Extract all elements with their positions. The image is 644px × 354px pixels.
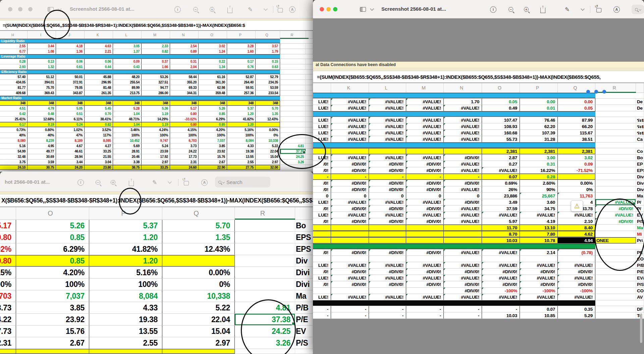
cell: 369.43 xyxy=(28,91,56,96)
markup-pencil-icon[interactable]: ✎ xyxy=(248,5,253,13)
sheet-row: 24.1030.7524.2023.8038.7533.2524.6022.90… xyxy=(0,165,313,170)
chevron-down-icon[interactable] xyxy=(581,5,584,13)
sheet-row: 3.733.854.335.224.81P/B xyxy=(0,302,313,314)
cell: #VALUE! xyxy=(369,199,406,205)
annotate-icon[interactable]: A xyxy=(289,5,296,13)
formula-bar: =(SUM(INDEX($B656:$Q656,,$S$348-$B$348-$… xyxy=(0,20,313,31)
cell: #DIV/0! xyxy=(482,269,520,275)
rotate-icon[interactable] xyxy=(184,178,189,186)
cell: 3.02 xyxy=(199,44,227,49)
cell xyxy=(235,290,295,302)
vertical-scrollbar[interactable] xyxy=(640,313,642,343)
zoom-out-icon[interactable]: − xyxy=(508,5,513,13)
cell: 48.20 xyxy=(113,74,142,79)
chevron-down-icon[interactable] xyxy=(168,178,171,186)
cell: 8,084 xyxy=(89,290,162,302)
cell: 81.77 xyxy=(0,85,28,90)
rotate-icon[interactable] xyxy=(596,5,601,13)
cell: #VALUE! xyxy=(444,167,482,173)
cell xyxy=(280,106,306,111)
sidebar-icon[interactable] xyxy=(360,5,366,13)
share-icon[interactable] xyxy=(129,178,134,186)
cell: 0.31 xyxy=(170,59,199,64)
share-icon[interactable] xyxy=(540,5,545,13)
annotate-icon[interactable]: A xyxy=(613,5,620,13)
sheet-row: LUE!#VALUE!#VALUE!#VALUE!#VALUE!107.4776… xyxy=(313,117,644,123)
cell: 58.44 xyxy=(170,74,199,79)
zoom-in-icon[interactable]: + xyxy=(524,5,529,13)
cell: -33.02% xyxy=(170,117,199,122)
cell: #VALUE! xyxy=(331,130,369,136)
warning-icon[interactable]: ⚠ xyxy=(571,200,583,212)
cell: Ma xyxy=(295,290,313,302)
cell: #DIV/0! xyxy=(369,281,406,287)
cell: 0.85 xyxy=(16,255,89,267)
cell: 62.20 xyxy=(520,123,558,129)
cell: /0! xyxy=(313,180,331,186)
titlebar[interactable]: hot 2566-08-01 at... i − + ✎ A Search xyxy=(0,172,313,192)
close-button[interactable] xyxy=(8,7,12,11)
cell: 3.52% xyxy=(85,127,113,132)
column-handle-dot[interactable] xyxy=(594,90,598,94)
cell: 3.02 xyxy=(558,155,595,161)
cell: 2.87 xyxy=(482,155,520,161)
search-input[interactable] xyxy=(632,5,644,14)
zoom-button[interactable] xyxy=(333,7,337,11)
share-icon[interactable] xyxy=(227,5,232,13)
cell: 2.55 xyxy=(89,337,162,349)
cell: #DIV/0! xyxy=(444,269,482,275)
cell: LUE! xyxy=(313,105,331,111)
chevron-down-icon[interactable] xyxy=(371,5,373,13)
cell: 348 xyxy=(142,101,170,106)
cell: 10.03 xyxy=(482,312,520,318)
zoom-out-icon[interactable]: − xyxy=(96,178,100,186)
zoom-button[interactable] xyxy=(28,7,33,11)
cell: 28.91 xyxy=(113,149,142,154)
sidebar-icon[interactable] xyxy=(48,5,54,13)
markup-pencil-icon[interactable]: ✎ xyxy=(152,178,157,186)
cell: Mi xyxy=(636,231,644,237)
sheet-row: 11.7013.108.40Ma xyxy=(313,225,644,231)
cell: 0.09 xyxy=(113,59,142,64)
cell: 59.91 xyxy=(227,85,256,90)
annotate-icon[interactable]: A xyxy=(201,178,208,186)
info-icon[interactable]: i xyxy=(77,178,84,186)
column-header: K xyxy=(85,31,113,39)
sheet-row: LUE!#VALUE!#VALUE!#VALUE!1.700.050.000.0… xyxy=(313,99,644,105)
titlebar[interactable]: Screenshot 2566-08-01 at... i − + ✎ A xyxy=(0,0,313,18)
zoom-in-icon[interactable]: + xyxy=(111,178,115,186)
cell: 19.38 xyxy=(89,314,162,325)
column-header: L xyxy=(113,31,142,39)
info-icon[interactable]: i xyxy=(490,5,496,13)
cell: 22.04 xyxy=(162,314,235,325)
cell: 49.77 xyxy=(28,149,56,154)
window-preview-top-left: Screenshot 2566-08-01 at... i − + ✎ A =(… xyxy=(0,0,313,172)
cell: #VALUE! xyxy=(444,123,482,129)
cell: 4.63 xyxy=(85,44,113,49)
cell: 15.04 xyxy=(162,326,235,337)
minimize-button[interactable] xyxy=(326,7,331,11)
cell: 0.17 xyxy=(0,122,28,127)
minimize-button[interactable] xyxy=(18,7,22,11)
search-input[interactable]: Search xyxy=(215,177,270,187)
chevron-down-icon[interactable] xyxy=(264,5,267,13)
chevron-down-icon[interactable] xyxy=(58,5,61,13)
titlebar[interactable]: Screenshot 2566-08-01 at... i − + ✎ A xyxy=(313,0,644,18)
zoom-in-icon[interactable]: + xyxy=(210,5,214,13)
cell: 100% xyxy=(89,279,162,290)
close-button[interactable] xyxy=(320,7,324,11)
cell xyxy=(235,349,295,354)
cell: 6.11% xyxy=(56,117,85,122)
info-icon[interactable]: i xyxy=(174,5,181,13)
zoom-out-icon[interactable]: − xyxy=(193,5,198,13)
cell: #DIV/0! xyxy=(406,269,444,275)
rotate-icon[interactable] xyxy=(278,5,283,13)
markup-pencil-icon[interactable]: ✎ xyxy=(565,5,570,13)
cell: 264.40 xyxy=(227,80,256,85)
cell: LUE! xyxy=(313,99,331,105)
column-handle-dot[interactable] xyxy=(602,90,606,94)
column-handle-dot[interactable] xyxy=(586,90,590,94)
cell: 47% xyxy=(56,133,85,138)
cell: #DIV/0! xyxy=(595,218,636,224)
sheet-row: 8,0808,2398,1898,08510,4529,7476,7037,03… xyxy=(0,138,313,143)
